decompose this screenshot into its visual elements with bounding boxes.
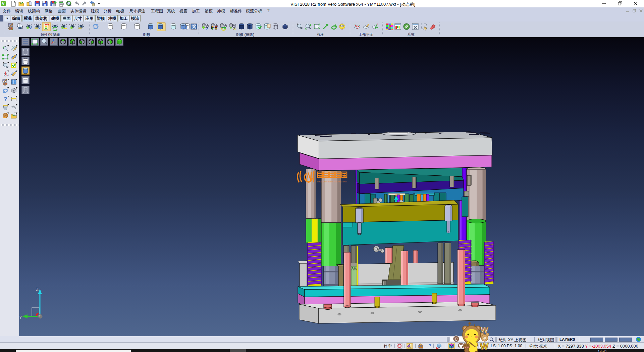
svg-text:Z: Z [36, 287, 39, 292]
svg-text:?: ? [4, 96, 7, 102]
svg-text:Y: Y [19, 315, 22, 320]
svg-text:V: V [2, 1, 4, 6]
svg-text:INTELLIGENT MANUFACTURING DATA: INTELLIGENT MANUFACTURING DATA [317, 181, 347, 183]
svg-text:W: W [480, 341, 489, 351]
svg-text:C: C [454, 337, 458, 342]
